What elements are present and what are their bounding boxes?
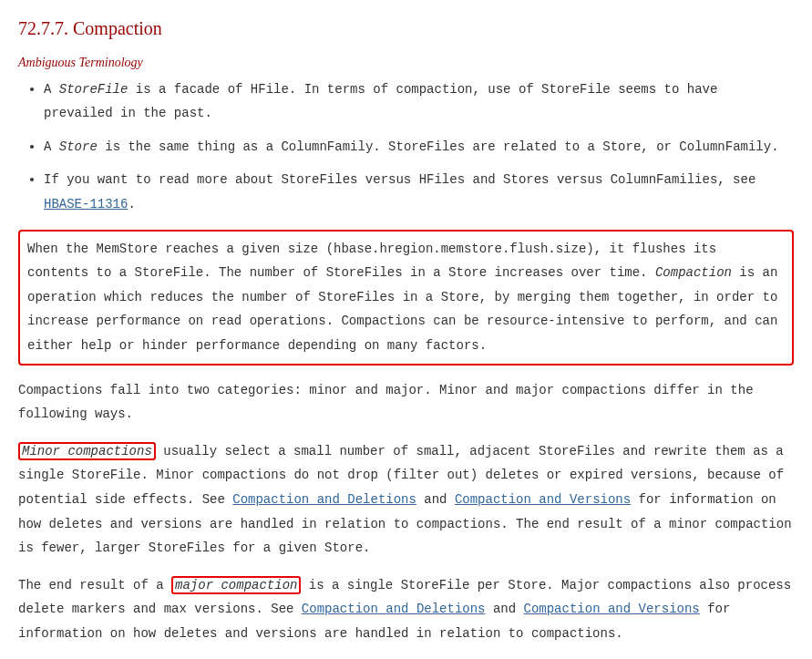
section-title: 72.7.7. Compaction (18, 11, 794, 46)
text: When the MemStore reaches a given size ( (27, 242, 334, 256)
link-compaction-deletions[interactable]: Compaction and Deletions (232, 492, 416, 507)
link-compaction-versions[interactable]: Compaction and Versions (524, 602, 700, 616)
paragraph-categories: Compactions fall into two categories: mi… (18, 378, 794, 427)
text: is a facade of HFile. In terms of compac… (44, 82, 717, 121)
paragraph-major: The end result of a major compaction is … (18, 573, 794, 646)
text: A (44, 139, 59, 154)
terminology-list: A StoreFile is a facade of HFile. In ter… (18, 77, 794, 217)
text: and (486, 602, 524, 616)
paragraph-minor: Minor compactions usually select a small… (18, 439, 794, 561)
text: . (128, 197, 135, 211)
text: If you want to read more about StoreFile… (44, 172, 755, 187)
term-storefile: StoreFile (59, 82, 128, 97)
list-item: A Store is the same thing as a ColumnFam… (44, 135, 794, 160)
highlighted-box-compaction-intro: When the MemStore reaches a given size (… (18, 230, 794, 366)
highlight-major-compaction: major compaction (171, 576, 301, 594)
text: The end result of a (18, 578, 171, 592)
text: and (416, 492, 455, 507)
term-store: Store (59, 139, 98, 154)
highlight-minor-compactions: Minor compactions (18, 442, 156, 460)
text: is the same thing as a ColumnFamily. Sto… (98, 139, 779, 154)
code-flush-size: hbase.hregion.memstore.flush.size (334, 242, 586, 256)
link-hbase-11316[interactable]: HBASE-11316 (44, 197, 128, 211)
text: A (44, 82, 59, 97)
list-item: If you want to read more about StoreFile… (44, 168, 794, 216)
link-compaction-versions[interactable]: Compaction and Versions (455, 492, 631, 507)
link-compaction-deletions[interactable]: Compaction and Deletions (302, 602, 486, 616)
term-compaction: Compaction (655, 265, 732, 280)
subheader-ambiguous: Ambiguous Terminology (18, 51, 794, 76)
list-item: A StoreFile is a facade of HFile. In ter… (44, 77, 794, 126)
